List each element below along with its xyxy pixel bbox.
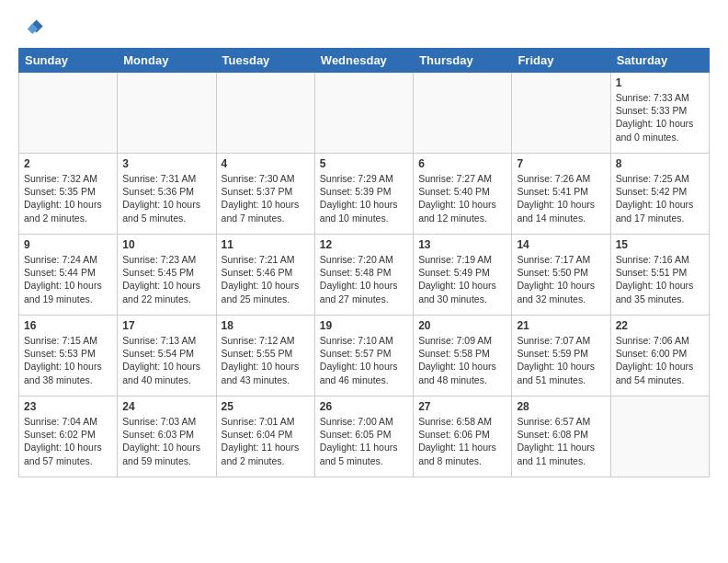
weekday-header: Thursday: [414, 49, 512, 73]
calendar-cell: [414, 73, 512, 154]
day-number: 22: [616, 319, 704, 332]
page: SundayMondayTuesdayWednesdayThursdayFrid…: [0, 0, 728, 492]
day-info: Sunset: 5:55 PM: [222, 347, 310, 360]
day-info: Sunrise: 7:31 AM: [122, 172, 210, 185]
day-info: Daylight: 10 hours and 43 minutes.: [222, 360, 310, 385]
day-info: Sunset: 5:46 PM: [222, 266, 310, 279]
calendar-cell: 1Sunrise: 7:33 AMSunset: 5:33 PMDaylight…: [610, 73, 709, 154]
day-number: 26: [320, 400, 408, 413]
day-info: Daylight: 10 hours and 30 minutes.: [418, 279, 506, 304]
day-number: 3: [122, 157, 210, 170]
day-number: 18: [222, 319, 310, 332]
calendar-cell: 26Sunrise: 7:00 AMSunset: 6:05 PMDayligh…: [314, 396, 413, 477]
calendar-cell: [512, 73, 610, 154]
day-number: 27: [418, 400, 506, 413]
weekday-header: Tuesday: [216, 49, 314, 73]
day-info: Daylight: 10 hours and 57 minutes.: [24, 441, 112, 466]
day-info: Sunset: 6:04 PM: [222, 428, 310, 441]
day-info: Sunrise: 7:30 AM: [222, 172, 310, 185]
day-info: Daylight: 10 hours and 51 minutes.: [517, 360, 605, 385]
day-info: Sunrise: 7:32 AM: [24, 172, 112, 185]
day-info: Sunrise: 7:17 AM: [517, 253, 605, 266]
day-info: Daylight: 11 hours and 2 minutes.: [222, 441, 310, 466]
day-info: Sunset: 6:02 PM: [24, 428, 112, 441]
day-info: Sunrise: 7:15 AM: [24, 334, 112, 347]
day-info: Sunrise: 7:07 AM: [517, 334, 605, 347]
calendar-week-row: 16Sunrise: 7:15 AMSunset: 5:53 PMDayligh…: [19, 316, 710, 396]
day-number: 24: [122, 400, 210, 413]
calendar-cell: 14Sunrise: 7:17 AMSunset: 5:50 PMDayligh…: [512, 235, 610, 316]
weekday-header: Wednesday: [314, 49, 413, 73]
day-info: Sunset: 5:35 PM: [24, 185, 112, 198]
day-info: Daylight: 10 hours and 10 minutes.: [320, 198, 408, 224]
day-info: Daylight: 10 hours and 22 minutes.: [122, 279, 210, 304]
calendar-cell: 6Sunrise: 7:27 AMSunset: 5:40 PMDaylight…: [414, 154, 512, 235]
calendar-cell: 25Sunrise: 7:01 AMSunset: 6:04 PMDayligh…: [216, 396, 314, 477]
day-info: Daylight: 11 hours and 11 minutes.: [517, 441, 605, 466]
day-info: Daylight: 11 hours and 8 minutes.: [418, 441, 506, 466]
calendar-cell: 4Sunrise: 7:30 AMSunset: 5:37 PMDaylight…: [216, 154, 314, 235]
day-number: 6: [418, 157, 506, 170]
day-info: Daylight: 10 hours and 38 minutes.: [24, 360, 112, 385]
calendar-cell: 24Sunrise: 7:03 AMSunset: 6:03 PMDayligh…: [118, 396, 216, 477]
day-info: Daylight: 10 hours and 17 minutes.: [616, 198, 704, 224]
day-info: Sunset: 5:54 PM: [122, 347, 210, 360]
calendar-week-row: 23Sunrise: 7:04 AMSunset: 6:02 PMDayligh…: [19, 396, 710, 477]
calendar-cell: 21Sunrise: 7:07 AMSunset: 5:59 PMDayligh…: [512, 316, 610, 396]
day-number: 17: [122, 319, 210, 332]
day-info: Sunrise: 7:10 AM: [320, 334, 408, 347]
calendar-cell: 23Sunrise: 7:04 AMSunset: 6:02 PMDayligh…: [19, 396, 118, 477]
calendar-cell: 3Sunrise: 7:31 AMSunset: 5:36 PMDaylight…: [118, 154, 216, 235]
day-info: Sunrise: 7:20 AM: [320, 253, 408, 266]
calendar-cell: 27Sunrise: 6:58 AMSunset: 6:06 PMDayligh…: [414, 396, 512, 477]
calendar-cell: 12Sunrise: 7:20 AMSunset: 5:48 PMDayligh…: [314, 235, 413, 316]
day-info: Sunset: 6:05 PM: [320, 428, 408, 441]
day-info: Sunrise: 7:06 AM: [616, 334, 704, 347]
day-info: Sunrise: 7:13 AM: [122, 334, 210, 347]
calendar-cell: 22Sunrise: 7:06 AMSunset: 6:00 PMDayligh…: [610, 316, 709, 396]
day-info: Sunrise: 7:27 AM: [418, 172, 506, 185]
calendar: SundayMondayTuesdayWednesdayThursdayFrid…: [18, 48, 710, 477]
calendar-cell: [610, 396, 709, 477]
header: [18, 15, 710, 40]
day-info: Sunset: 5:33 PM: [616, 104, 704, 117]
day-info: Sunrise: 7:12 AM: [222, 334, 310, 347]
day-info: Sunrise: 7:26 AM: [517, 172, 605, 185]
weekday-header: Monday: [118, 49, 216, 73]
day-info: Sunrise: 7:29 AM: [320, 172, 408, 185]
day-number: 9: [24, 238, 112, 251]
day-info: Sunrise: 7:33 AM: [616, 91, 704, 104]
day-number: 23: [24, 400, 112, 413]
day-number: 1: [616, 76, 704, 89]
calendar-cell: 16Sunrise: 7:15 AMSunset: 5:53 PMDayligh…: [19, 316, 118, 396]
day-info: Sunset: 6:03 PM: [122, 428, 210, 441]
day-info: Sunrise: 7:16 AM: [616, 253, 704, 266]
day-info: Sunset: 5:48 PM: [320, 266, 408, 279]
day-number: 11: [222, 238, 310, 251]
day-info: Daylight: 10 hours and 0 minutes.: [616, 117, 704, 143]
day-info: Sunset: 6:00 PM: [616, 347, 704, 360]
day-number: 5: [320, 157, 408, 170]
day-info: Sunrise: 7:19 AM: [418, 253, 506, 266]
calendar-cell: 7Sunrise: 7:26 AMSunset: 5:41 PMDaylight…: [512, 154, 610, 235]
day-number: 19: [320, 319, 408, 332]
day-info: Daylight: 11 hours and 5 minutes.: [320, 441, 408, 466]
day-info: Sunset: 6:08 PM: [517, 428, 605, 441]
day-info: Sunset: 5:41 PM: [517, 185, 605, 198]
day-info: Sunset: 5:42 PM: [616, 185, 704, 198]
day-info: Daylight: 10 hours and 2 minutes.: [24, 198, 112, 224]
day-info: Daylight: 10 hours and 14 minutes.: [517, 198, 605, 224]
calendar-cell: 18Sunrise: 7:12 AMSunset: 5:55 PMDayligh…: [216, 316, 314, 396]
calendar-cell: 11Sunrise: 7:21 AMSunset: 5:46 PMDayligh…: [216, 235, 314, 316]
calendar-week-row: 2Sunrise: 7:32 AMSunset: 5:35 PMDaylight…: [19, 154, 710, 235]
calendar-cell: 15Sunrise: 7:16 AMSunset: 5:51 PMDayligh…: [610, 235, 709, 316]
calendar-cell: [314, 73, 413, 154]
day-info: Daylight: 10 hours and 46 minutes.: [320, 360, 408, 385]
day-info: Sunrise: 6:58 AM: [418, 415, 506, 428]
day-number: 10: [122, 238, 210, 251]
day-info: Sunrise: 7:09 AM: [418, 334, 506, 347]
day-number: 21: [517, 319, 605, 332]
day-info: Daylight: 10 hours and 40 minutes.: [122, 360, 210, 385]
calendar-week-row: 1Sunrise: 7:33 AMSunset: 5:33 PMDaylight…: [19, 73, 710, 154]
calendar-cell: [118, 73, 216, 154]
